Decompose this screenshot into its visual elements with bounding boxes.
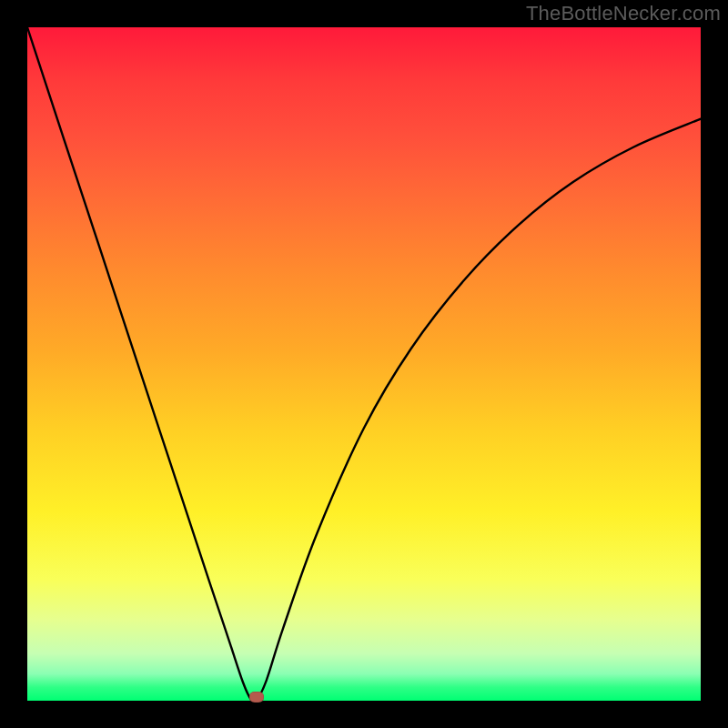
min-marker [249, 692, 264, 703]
curve-svg [27, 27, 701, 701]
plot-area [27, 27, 701, 701]
bottleneck-curve [27, 27, 701, 701]
watermark-text: TheBottleNecker.com [526, 2, 721, 25]
chart-frame: TheBottleNecker.com [0, 0, 728, 728]
